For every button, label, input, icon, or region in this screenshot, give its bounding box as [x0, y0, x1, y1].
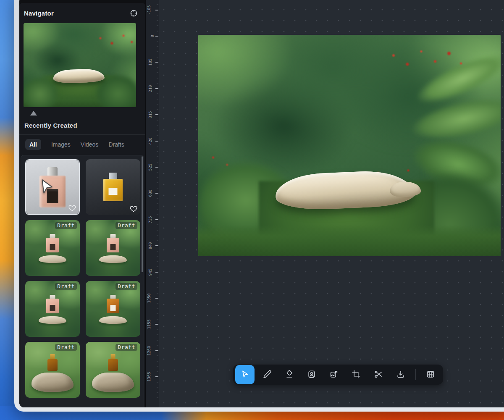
eraser-icon: [285, 370, 294, 380]
ruler-minor-tick: [157, 240, 158, 241]
tab-images[interactable]: Images: [51, 141, 71, 148]
ruler-label: 105: [148, 59, 152, 66]
download-icon: [396, 370, 405, 380]
ruler-label: 420: [148, 137, 152, 144]
heart-icon[interactable]: [68, 204, 76, 212]
ruler-label: 0: [150, 35, 155, 37]
gallery-draft-item[interactable]: Draft: [86, 281, 140, 337]
gallery-draft-item[interactable]: Draft: [86, 220, 140, 276]
navigator-header: Navigator: [19, 3, 145, 21]
perfume-bottle: [103, 173, 123, 201]
ruler-minor-tick: [157, 73, 158, 73]
cut-tool-button[interactable]: [369, 365, 388, 384]
ruler-minor-tick: [157, 109, 158, 110]
bottle-body: [107, 299, 119, 313]
gallery-image-item[interactable]: [25, 159, 80, 215]
ruler-minor-tick: [157, 99, 158, 99]
bottle-label: [110, 244, 116, 250]
heart-icon[interactable]: [129, 205, 138, 213]
bottle-cap: [47, 167, 58, 176]
filmstrip-tool-button[interactable]: [421, 365, 440, 384]
gallery-draft-item[interactable]: Draft: [25, 281, 80, 337]
ruler-minor-tick: [157, 94, 158, 94]
ruler-major-tick: [155, 245, 158, 246]
scene-vignette: [198, 35, 501, 256]
ruler-major-tick: [155, 88, 158, 89]
mouse-cursor: [37, 177, 57, 197]
gallery-draft-item[interactable]: Draft: [86, 342, 140, 398]
ruler-minor-tick: [157, 303, 158, 304]
ruler-minor-tick: [157, 172, 158, 173]
tab-drafts[interactable]: Drafts: [108, 141, 124, 148]
ruler-minor-tick: [157, 57, 158, 57]
gallery-grid: DraftDraftDraftDraftDraftDraft: [25, 159, 139, 398]
ruler-minor-tick: [157, 130, 158, 131]
bottle-label: [110, 305, 116, 311]
collapse-up-arrow-icon[interactable]: [30, 111, 37, 116]
scissors-icon: [374, 370, 383, 380]
perfume-bottle: [46, 295, 59, 313]
ruler-minor-tick: [157, 366, 158, 367]
draft-badge: Draft: [55, 344, 77, 351]
gallery-draft-item[interactable]: Draft: [25, 220, 80, 276]
ruler-label: 945: [148, 268, 152, 276]
portrait-tool-button[interactable]: [302, 365, 321, 384]
sidebar: Navigator Recently Created AllImages: [19, 0, 145, 407]
ruler-label: 735: [148, 216, 152, 223]
ruler-minor-tick: [157, 335, 158, 335]
thumbnail-rock: [39, 255, 66, 263]
canvas-toolbar: [233, 365, 443, 385]
ruler-minor-tick: [157, 146, 158, 147]
canvas-image[interactable]: [198, 35, 501, 256]
bottle-body: [46, 238, 59, 252]
ruler-label: 210: [148, 85, 152, 92]
navigator-preview[interactable]: [24, 23, 136, 107]
ruler-minor-tick: [157, 188, 158, 188]
ruler-minor-tick: [157, 267, 158, 267]
ruler-minor-tick: [157, 177, 158, 178]
perfume-bottle: [107, 234, 119, 252]
select-tool-button[interactable]: [235, 365, 255, 384]
bottle-body: [46, 299, 59, 313]
pen-icon: [262, 370, 272, 380]
draft-badge: Draft: [116, 222, 137, 229]
draft-badge: Draft: [55, 283, 77, 290]
bottle-label: [109, 188, 118, 195]
ruler-minor-tick: [157, 293, 158, 293]
ruler-minor-tick: [157, 125, 158, 126]
toolbar-separator: [415, 369, 416, 380]
ruler-minor-tick: [157, 31, 158, 31]
gallery-image-item[interactable]: [86, 159, 140, 215]
crop-tool-button[interactable]: [347, 365, 365, 384]
ruler-minor-tick: [157, 225, 158, 225]
gallery-panel: DraftDraftDraftDraftDraftDraft: [21, 155, 144, 407]
pen-tool-button[interactable]: [258, 365, 276, 384]
ruler-major-tick: [155, 376, 158, 377]
draft-badge: Draft: [116, 283, 137, 290]
ruler-minor-tick: [157, 26, 158, 26]
ruler-minor-tick: [157, 204, 158, 204]
eraser-tool-button[interactable]: [280, 365, 299, 384]
perfume-bottle: [47, 354, 58, 371]
tab-all[interactable]: All: [25, 139, 41, 150]
ruler-minor-tick: [157, 371, 158, 372]
recently-created-title: Recently Created: [19, 116, 145, 134]
gallery-draft-item[interactable]: Draft: [25, 342, 80, 398]
crosshair-icon[interactable]: [129, 8, 139, 18]
download-tool-button[interactable]: [391, 365, 410, 384]
thumbnail-rock: [32, 373, 74, 392]
canvas-area[interactable]: [159, 0, 504, 407]
expand-image-tool-button[interactable]: [325, 365, 343, 384]
ruler-minor-tick: [157, 256, 158, 257]
gallery-scrollbar[interactable]: [142, 156, 143, 272]
ruler-minor-tick: [157, 251, 158, 251]
ruler-minor-tick: [157, 5, 158, 5]
ruler-major-tick: [155, 272, 158, 273]
ruler-minor-tick: [157, 151, 158, 152]
ruler-minor-tick: [157, 15, 158, 16]
ruler-minor-tick: [157, 52, 158, 52]
ruler-minor-tick: [157, 329, 158, 330]
ruler-major-tick: [155, 114, 158, 115]
ruler-label: 315: [148, 111, 152, 118]
tab-videos[interactable]: Videos: [81, 141, 99, 148]
